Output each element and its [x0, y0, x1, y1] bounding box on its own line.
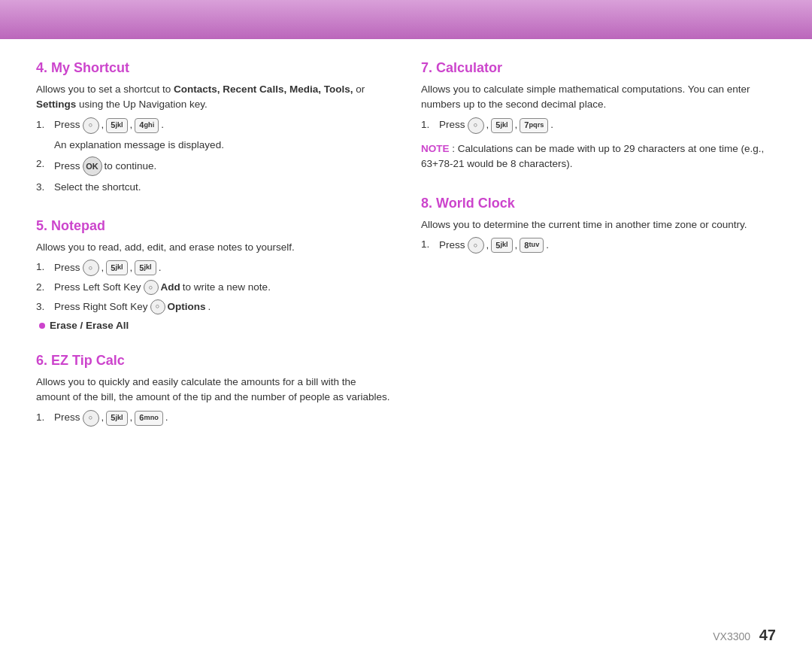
menu-key: ○: [83, 410, 99, 427]
section-title-my-shortcut: 4. My Shortcut: [36, 60, 391, 76]
section-body-ez-tip-calc: Allows you to quickly and easily calcula…: [36, 375, 391, 427]
step-item: 1. Press ○ , 5 jkl , 7 pqrs .: [421, 117, 776, 134]
section-title-calculator: 7. Calculator: [421, 60, 776, 76]
key-5jkl: 5 jkl: [106, 118, 127, 133]
lsk-key: ○: [144, 280, 159, 295]
section-body-world-clock: Allows you to determine the current time…: [421, 217, 776, 254]
step-item: 2. Press OK to continue.: [36, 156, 391, 176]
bullet-erase: Erase / Erase All: [36, 318, 391, 333]
top-bar: [0, 0, 812, 39]
menu-key: ○: [83, 117, 99, 134]
section-title-ez-tip-calc: 6. EZ Tip Calc: [36, 353, 391, 369]
step-item: 1. Press ○ , 5 jkl , 4 ghi .: [36, 117, 391, 134]
key-5jkl: 5 jkl: [491, 118, 512, 133]
left-column: 4. My Shortcut Allows you to set a short…: [36, 60, 391, 611]
rsk-key: ○: [150, 299, 165, 314]
key-7pqrs: 7 pqrs: [520, 118, 548, 133]
ok-key: OK: [83, 156, 102, 176]
section-title-world-clock: 8. World Clock: [421, 196, 776, 211]
steps-notepad: 1. Press ○ , 5 jkl , 5 jkl . 2.: [36, 260, 391, 314]
section-calculator: 7. Calculator Allows you to calculate si…: [421, 60, 776, 176]
menu-key: ○: [83, 260, 99, 276]
key-5jkl: 5 jkl: [106, 411, 127, 426]
key-5jkl-2: 5 jkl: [135, 260, 156, 275]
note-label: NOTE: [421, 143, 450, 154]
step-item: 3. Press Right Soft Key ○ Options.: [36, 299, 391, 314]
section-title-notepad: 5. Notepad: [36, 218, 391, 234]
key-5jkl: 5 jkl: [491, 238, 512, 253]
footer-model: VX3300: [713, 630, 750, 642]
steps-my-shortcut: 1. Press ○ , 5 jkl , 4 ghi .: [36, 117, 391, 196]
section-body-my-shortcut: Allows you to set a shortcut to Contacts…: [36, 82, 391, 195]
footer-page: 47: [759, 627, 776, 643]
steps-calculator: 1. Press ○ , 5 jkl , 7 pqrs .: [421, 117, 776, 134]
menu-key: ○: [468, 117, 484, 134]
section-ez-tip-calc: 6. EZ Tip Calc Allows you to quickly and…: [36, 353, 391, 430]
key-5jkl: 5 jkl: [106, 260, 127, 275]
footer: VX3300 47: [713, 627, 776, 644]
section-notepad: 5. Notepad Allows you to read, add, edit…: [36, 218, 391, 333]
step-item: 2. Press Left Soft Key ○ Add to write a …: [36, 280, 391, 295]
step-indent: An explanation message is displayed.: [36, 138, 391, 153]
section-body-calculator: Allows you to calculate simple mathemati…: [421, 82, 776, 172]
menu-key: ○: [468, 237, 484, 254]
section-body-notepad: Allows you to read, add, edit, and erase…: [36, 240, 391, 333]
section-my-shortcut: 4. My Shortcut Allows you to set a short…: [36, 60, 391, 199]
section-world-clock: 8. World Clock Allows you to determine t…: [421, 196, 776, 257]
bullet-icon: [39, 323, 45, 329]
steps-world-clock: 1. Press ○ , 5 jkl , 8 tuv .: [421, 237, 776, 254]
key-8tuv: 8 tuv: [520, 238, 544, 253]
steps-ez-tip: 1. Press ○ , 5 jkl , 6 mno .: [36, 410, 391, 427]
step-item: 1. Press ○ , 5 jkl , 8 tuv .: [421, 237, 776, 254]
step-item: 1. Press ○ , 5 jkl , 6 mno .: [36, 410, 391, 427]
step-item: 3. Select the shortcut.: [36, 180, 391, 195]
note-text: : Calculations can be made with up to 29…: [421, 143, 764, 169]
step-item: 1. Press ○ , 5 jkl , 5 jkl .: [36, 260, 391, 276]
bullet-label: Erase / Erase All: [50, 318, 129, 333]
right-column: 7. Calculator Allows you to calculate si…: [421, 60, 776, 611]
key-6mno: 6 mno: [135, 411, 162, 426]
key-4ghi: 4 ghi: [135, 118, 159, 133]
